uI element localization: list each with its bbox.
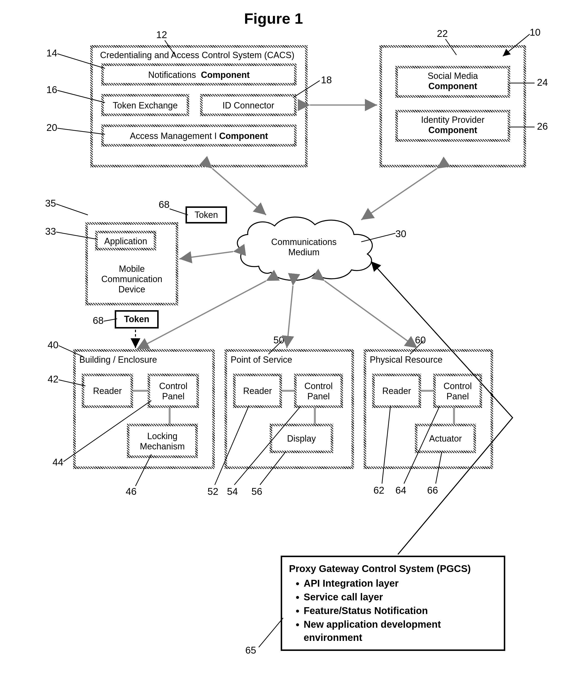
cloud-label: Communications Medium [267, 237, 340, 257]
ref-42: 42 [48, 374, 59, 385]
access-mgmt-component: Component [219, 131, 268, 141]
pgcs-item-1: API Integration layer [304, 577, 497, 590]
ref-66: 66 [427, 485, 438, 496]
ref-16: 16 [46, 84, 57, 95]
ref-33: 33 [45, 226, 56, 237]
ref-68b: 68 [93, 315, 104, 326]
token-box-1: Token [186, 206, 227, 223]
ref-46: 46 [126, 486, 137, 497]
ref-18: 18 [321, 74, 332, 85]
notifications-label: Notifications [148, 70, 196, 80]
token-label-1: Token [187, 210, 226, 220]
ref-54: 54 [227, 486, 238, 497]
id-connector-label: ID Connector [203, 100, 294, 111]
pgcs-item-4: New application development environment [304, 618, 497, 644]
pos-reader-label: Reader [236, 386, 279, 396]
ref-44: 44 [52, 457, 63, 468]
svg-line-26 [259, 618, 283, 647]
pgcs-title: Proxy Gateway Control System (PGCS) [289, 562, 497, 575]
ref-40: 40 [48, 339, 59, 351]
token-label-2: Token [116, 314, 157, 324]
building-reader-label: Reader [84, 386, 131, 396]
building-lock-box: Locking Mechanism [127, 424, 198, 458]
ref-14: 14 [46, 48, 57, 59]
ref-52: 52 [207, 486, 218, 497]
ref-35: 35 [45, 198, 56, 209]
ref-26: 26 [537, 121, 548, 132]
pos-panel-label: Control Panel [297, 381, 340, 402]
svg-line-10 [56, 204, 88, 215]
building-panel-label: Control Panel [150, 381, 196, 402]
token-exchange-box: Token Exchange [101, 94, 189, 116]
figure-title: Figure 1 [244, 10, 303, 27]
building-title: Building / Enclosure [79, 355, 211, 365]
idp-label: Identity Provider [421, 115, 485, 125]
ref-12: 12 [156, 29, 167, 40]
pgcs-item-2: Service call layer [304, 590, 497, 604]
token-box-2: Token [115, 310, 159, 328]
pos-reader-box: Reader [233, 374, 282, 408]
ref-20: 20 [46, 122, 57, 133]
phys-actuator-box: Actuator [415, 424, 476, 453]
social-media-box: Social MediaComponent [395, 66, 510, 98]
idp-box: Identity ProviderComponent [395, 110, 510, 142]
phys-title: Physical Resource [370, 355, 489, 365]
access-mgmt-box: Access Management I Component [101, 125, 297, 146]
cacs-title: Credentialing and Access Control System … [100, 50, 300, 60]
ref-24: 24 [537, 77, 548, 88]
application-label: Application [98, 236, 154, 246]
svg-line-30 [179, 251, 233, 259]
ref-30: 30 [395, 228, 406, 239]
pos-display-label: Display [272, 434, 331, 444]
ref-65: 65 [245, 645, 256, 656]
application-box: Application [95, 231, 156, 250]
ref-68a: 68 [159, 199, 170, 210]
id-connector-box: ID Connector [200, 94, 297, 116]
notifications-box: Notifications Component [101, 63, 297, 85]
pgcs-box: Proxy Gateway Control System (PGCS) API … [281, 556, 505, 651]
svg-line-33 [325, 281, 417, 348]
building-reader-box: Reader [82, 374, 133, 408]
building-panel-box: Control Panel [148, 374, 199, 408]
phys-actuator-label: Actuator [417, 434, 474, 444]
ref-62: 62 [373, 485, 384, 496]
token-exchange-label: Token Exchange [104, 100, 187, 111]
pos-panel-box: Control Panel [294, 374, 343, 408]
svg-line-29 [361, 168, 437, 220]
svg-line-12 [170, 209, 188, 215]
phys-panel-label: Control Panel [436, 381, 480, 402]
ref-56: 56 [251, 486, 262, 497]
pgcs-item-3: Feature/Status Notification [304, 604, 497, 617]
ref-50: 50 [273, 334, 284, 345]
notifications-component: Component [201, 70, 250, 80]
building-lock-label: Locking Mechanism [129, 431, 195, 452]
ref-64: 64 [395, 485, 406, 496]
external-container [380, 45, 526, 167]
ref-22: 22 [437, 28, 448, 39]
phys-reader-label: Reader [375, 386, 419, 396]
mobile-label: Mobile Communication Device [88, 264, 176, 294]
pos-display-box: Display [270, 424, 333, 453]
ref-10: 10 [530, 27, 541, 38]
phys-reader-box: Reader [372, 374, 421, 408]
ref-60: 60 [415, 334, 426, 345]
pos-title: Point of Service [231, 355, 350, 365]
social-media-label: Social Media [428, 71, 478, 81]
phys-panel-box: Control Panel [433, 374, 482, 408]
svg-line-32 [287, 286, 293, 348]
social-media-component: Component [428, 81, 477, 91]
access-mgmt-label: Access Management I [130, 131, 217, 141]
idp-component: Component [428, 125, 477, 135]
